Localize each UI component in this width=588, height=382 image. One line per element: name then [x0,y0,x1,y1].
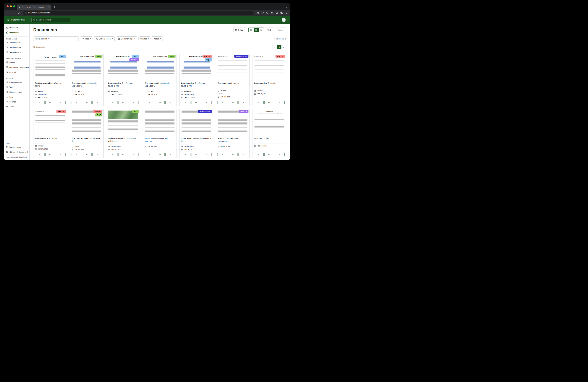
view-button[interactable] [228,101,237,104]
tab-search-button[interactable] [285,6,287,8]
download-button[interactable] [202,153,212,156]
tag-badge[interactable]: Test Tag [57,110,66,113]
pagination-page-1-button[interactable]: 1 [277,45,282,49]
pagination-next-button[interactable]: » [281,45,286,49]
added-filter-button[interactable]: Added ▾ [152,37,163,41]
correspondent-link[interactable]: Newest Correspondent [218,137,238,139]
download-button[interactable] [275,101,285,104]
tag-badge[interactable]: NewOne [129,58,139,61]
view-button[interactable] [118,101,128,104]
edit-button[interactable] [144,101,154,104]
edit-button[interactable] [217,101,227,104]
correspondent-link[interactable]: Correspondent 2 [181,82,196,84]
correspondent-link[interactable]: Correspondent 2 [218,82,232,84]
edit-button[interactable] [108,101,118,104]
correspondent-link[interactable]: Correspondent 2 [35,137,50,139]
edit-button[interactable] [254,101,264,104]
document-thumbnail[interactable]: A Simple PDF FileTagWithPartial [216,54,250,80]
correspondent-link[interactable]: Correspondent 2 [254,82,269,84]
download-button[interactable] [92,101,102,104]
sidebar-item-github[interactable]: GitHubSuggest an idea [4,149,29,154]
sidebar-item-settings[interactable]: Settings [4,99,29,104]
tag-badge[interactable]: Test Tag [93,110,103,113]
tags-filter-button[interactable]: Tags ▾ [80,37,92,41]
site-info-icon[interactable] [25,12,27,14]
tag-badge[interactable]: NewOne [239,110,249,113]
select-button[interactable]: Select ▾ [233,28,247,32]
correspondent-filter-button[interactable]: Correspondent ▾ [94,37,115,41]
sidebar-item-document-types[interactable]: Document types [4,90,29,94]
view-button[interactable] [45,101,55,104]
view-toggle-list-button[interactable] [249,28,254,32]
back-button[interactable] [7,12,10,14]
download-button[interactable] [275,153,285,156]
sidebar-item-correspondents[interactable]: Correspondents [4,80,29,85]
sidebar-item-test-view-not[interactable]: Test View NOT [4,50,29,55]
download-button[interactable] [238,101,248,104]
app-brand[interactable]: Paperless-ngx [7,18,29,21]
sidebar-item-logs[interactable]: Logs [4,94,29,99]
tag-badge[interactable]: Tag 3 [95,113,102,116]
edit-button[interactable] [35,153,44,156]
pagination-prev-button[interactable]: « [272,45,277,49]
tag-badge[interactable]: Tag 3 [168,55,175,58]
sidebar-item-pdf-sample-10-24-48-pm[interactable]: pdf-sample 10.24.48 PM [4,65,29,70]
tag-badge[interactable]: Tag 3 [132,110,139,113]
sidebar-item-close-all[interactable]: Close all [4,70,29,75]
edit-button[interactable] [71,101,81,104]
edit-button[interactable] [181,153,191,156]
correspondent-link[interactable]: Test Correspondent [108,137,126,139]
sidebar-item-dashboard[interactable]: Dashboard [4,25,29,30]
window-close-button[interactable] [7,5,9,7]
edit-button[interactable] [108,153,118,156]
browser-tab[interactable]: Documents - Paperless-ngx [17,4,51,10]
forward-button[interactable] [12,12,15,14]
reload-button[interactable] [18,12,20,14]
sidebar-item-test-view-and[interactable]: Test View AND [4,40,29,45]
browser-profile-button[interactable] [280,11,283,14]
share-button[interactable] [257,12,259,14]
created-filter-button[interactable]: Created ▾ [139,37,150,41]
tag-badge[interactable]: Tag 3 [95,55,102,58]
tag-badge[interactable]: Tag 2 [205,58,212,61]
window-minimize-button[interactable] [10,5,12,7]
views-button[interactable]: Views ▾ [276,28,286,32]
new-tab-button[interactable] [53,6,56,8]
document-thumbnail[interactable]: Adobe Acrobat PDF FilesTest TagTag 2 [180,54,213,80]
document-thumbnail[interactable]: Adobe Acrobat PDF FilesTag 3 [70,54,103,80]
document-type-filter-button[interactable]: Document type ▾ [116,37,137,41]
edit-button[interactable] [35,101,44,104]
title-content-dropdown[interactable]: Title & content ▾ [33,37,50,41]
download-button[interactable] [129,101,139,104]
download-button[interactable] [238,153,248,156]
sidebar-item-admin[interactable]: Admin [4,104,29,109]
tag-badge[interactable]: TagWithPartial [198,110,212,113]
view-button[interactable] [155,153,165,156]
document-thumbnail[interactable]: Lorem IpsumTag 2 [33,54,67,80]
view-button[interactable] [191,153,201,156]
document-thumbnail[interactable] [143,109,176,135]
suggest-an-idea-link[interactable]: Suggest an idea [17,151,28,153]
view-toggle-detail-button[interactable] [259,28,264,32]
sidebar-item-documentation[interactable]: Documentation [4,145,29,149]
view-button[interactable] [45,153,55,156]
download-button[interactable] [56,101,65,104]
tag-badge[interactable]: Test Tag [203,55,212,58]
sidebar-item-tags[interactable]: Tags [4,85,29,90]
correspondent-link[interactable]: Correspondent 2 [72,82,86,84]
download-button[interactable] [202,101,212,104]
document-thumbnail[interactable]: Test TagTag 3 [70,109,103,135]
view-toggle-grid-button[interactable] [254,28,259,32]
sidebar-item-test-view-any[interactable]: Test View ANY [4,45,29,50]
document-thumbnail[interactable]: Adobe Acrobat PDF FilesTag 3 [143,54,176,80]
title-content-input[interactable] [50,37,79,41]
document-thumbnail[interactable]: A Simple PDF FileTest Tag [252,54,286,80]
tag-badge[interactable]: Test Tag [275,55,285,58]
document-thumbnail[interactable]: Tag 3 [106,109,140,135]
url-bar[interactable]: localhost:4200/documents [23,11,254,15]
download-button[interactable] [56,153,65,156]
side-panel-button[interactable] [275,12,278,14]
view-button[interactable] [228,153,237,156]
browser-menu-button[interactable] [285,12,288,14]
download-button[interactable] [92,153,102,156]
